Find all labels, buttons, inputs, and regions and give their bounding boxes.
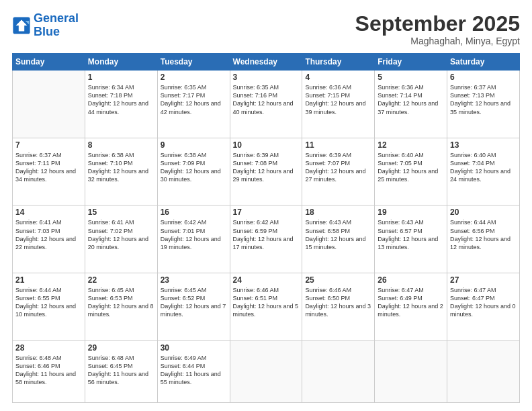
- calendar-header-row: SundayMondayTuesdayWednesdayThursdayFrid…: [13, 54, 520, 71]
- calendar-cell: [375, 340, 447, 402]
- calendar-day-header: Sunday: [13, 54, 85, 71]
- cell-info: Sunrise: 6:43 AMSunset: 6:58 PMDaylight:…: [305, 218, 371, 251]
- day-number: 19: [378, 208, 444, 217]
- calendar-day-header: Thursday: [302, 54, 375, 71]
- cell-info: Sunrise: 6:45 AMSunset: 6:53 PMDaylight:…: [88, 286, 154, 319]
- day-number: 21: [15, 275, 82, 285]
- location: Maghaghah, Minya, Egypt: [355, 36, 520, 46]
- cell-info: Sunrise: 6:39 AMSunset: 7:07 PMDaylight:…: [305, 151, 371, 184]
- cell-info: Sunrise: 6:38 AMSunset: 7:09 PMDaylight:…: [161, 151, 227, 184]
- cell-info: Sunrise: 6:37 AMSunset: 7:11 PMDaylight:…: [15, 151, 82, 184]
- calendar-cell: 21Sunrise: 6:44 AMSunset: 6:55 PMDayligh…: [13, 273, 85, 341]
- calendar-cell: [447, 340, 520, 402]
- day-number: 2: [161, 73, 227, 82]
- calendar-cell: 8Sunrise: 6:38 AMSunset: 7:10 PMDaylight…: [85, 138, 157, 205]
- logo-line2: Blue: [34, 25, 60, 38]
- cell-info: Sunrise: 6:40 AMSunset: 7:04 PMDaylight:…: [450, 151, 517, 184]
- title-block: September 2025 Maghaghah, Minya, Egypt: [355, 12, 520, 46]
- calendar-cell: [13, 71, 85, 138]
- cell-info: Sunrise: 6:49 AMSunset: 6:44 PMDaylight:…: [161, 354, 227, 387]
- day-number: 3: [233, 73, 300, 82]
- calendar-cell: 22Sunrise: 6:45 AMSunset: 6:53 PMDayligh…: [85, 273, 157, 341]
- day-number: 23: [161, 275, 227, 285]
- calendar-cell: 13Sunrise: 6:40 AMSunset: 7:04 PMDayligh…: [447, 138, 520, 205]
- cell-info: Sunrise: 6:46 AMSunset: 6:51 PMDaylight:…: [233, 286, 300, 319]
- cell-info: Sunrise: 6:44 AMSunset: 6:55 PMDaylight:…: [15, 286, 82, 319]
- calendar-cell: 18Sunrise: 6:43 AMSunset: 6:58 PMDayligh…: [302, 205, 375, 273]
- day-number: 22: [88, 275, 154, 285]
- calendar-cell: 30Sunrise: 6:49 AMSunset: 6:44 PMDayligh…: [157, 340, 230, 402]
- page: General Blue September 2025 Maghaghah, M…: [0, 0, 532, 411]
- calendar-cell: 5Sunrise: 6:36 AMSunset: 7:14 PMDaylight…: [375, 71, 447, 138]
- calendar-cell: 17Sunrise: 6:42 AMSunset: 6:59 PMDayligh…: [230, 205, 302, 273]
- cell-info: Sunrise: 6:41 AMSunset: 7:02 PMDaylight:…: [88, 218, 154, 251]
- calendar-week-row: 7Sunrise: 6:37 AMSunset: 7:11 PMDaylight…: [13, 138, 520, 205]
- calendar-table: SundayMondayTuesdayWednesdayThursdayFrid…: [12, 53, 520, 403]
- calendar-week-row: 28Sunrise: 6:48 AMSunset: 6:46 PMDayligh…: [13, 340, 520, 402]
- calendar-day-header: Saturday: [447, 54, 520, 71]
- day-number: 14: [15, 208, 82, 217]
- cell-info: Sunrise: 6:45 AMSunset: 6:52 PMDaylight:…: [161, 286, 227, 319]
- day-number: 27: [450, 275, 517, 285]
- cell-info: Sunrise: 6:40 AMSunset: 7:05 PMDaylight:…: [378, 151, 444, 184]
- calendar-cell: 19Sunrise: 6:43 AMSunset: 6:57 PMDayligh…: [375, 205, 447, 273]
- calendar-cell: 12Sunrise: 6:40 AMSunset: 7:05 PMDayligh…: [375, 138, 447, 205]
- cell-info: Sunrise: 6:34 AMSunset: 7:18 PMDaylight:…: [88, 83, 154, 116]
- cell-info: Sunrise: 6:46 AMSunset: 6:50 PMDaylight:…: [305, 286, 371, 319]
- day-number: 28: [15, 343, 82, 353]
- calendar-week-row: 14Sunrise: 6:41 AMSunset: 7:03 PMDayligh…: [13, 205, 520, 273]
- calendar-cell: 20Sunrise: 6:44 AMSunset: 6:56 PMDayligh…: [447, 205, 520, 273]
- calendar-cell: [302, 340, 375, 402]
- day-number: 18: [305, 208, 371, 217]
- calendar-cell: 14Sunrise: 6:41 AMSunset: 7:03 PMDayligh…: [13, 205, 85, 273]
- day-number: 5: [378, 73, 444, 82]
- day-number: 12: [378, 140, 444, 150]
- cell-info: Sunrise: 6:38 AMSunset: 7:10 PMDaylight:…: [88, 151, 154, 184]
- cell-info: Sunrise: 6:36 AMSunset: 7:15 PMDaylight:…: [305, 83, 371, 116]
- day-number: 30: [161, 343, 227, 353]
- calendar-day-header: Friday: [375, 54, 447, 71]
- cell-info: Sunrise: 6:41 AMSunset: 7:03 PMDaylight:…: [15, 218, 82, 251]
- day-number: 9: [161, 140, 227, 150]
- cell-info: Sunrise: 6:47 AMSunset: 6:49 PMDaylight:…: [378, 286, 444, 319]
- day-number: 15: [88, 208, 154, 217]
- day-number: 7: [15, 140, 82, 150]
- calendar-cell: 16Sunrise: 6:42 AMSunset: 7:01 PMDayligh…: [157, 205, 230, 273]
- calendar-cell: 25Sunrise: 6:46 AMSunset: 6:50 PMDayligh…: [302, 273, 375, 341]
- day-number: 13: [450, 140, 517, 150]
- cell-info: Sunrise: 6:37 AMSunset: 7:13 PMDaylight:…: [450, 83, 517, 116]
- calendar-day-header: Wednesday: [230, 54, 302, 71]
- day-number: 25: [305, 275, 371, 285]
- day-number: 10: [233, 140, 300, 150]
- calendar-cell: 2Sunrise: 6:35 AMSunset: 7:17 PMDaylight…: [157, 71, 230, 138]
- calendar-day-header: Tuesday: [157, 54, 230, 71]
- calendar-cell: 4Sunrise: 6:36 AMSunset: 7:15 PMDaylight…: [302, 71, 375, 138]
- cell-info: Sunrise: 6:42 AMSunset: 7:01 PMDaylight:…: [161, 218, 227, 251]
- header: General Blue September 2025 Maghaghah, M…: [12, 12, 520, 46]
- cell-info: Sunrise: 6:35 AMSunset: 7:16 PMDaylight:…: [233, 83, 300, 116]
- calendar-cell: 29Sunrise: 6:48 AMSunset: 6:45 PMDayligh…: [85, 340, 157, 402]
- calendar-cell: 24Sunrise: 6:46 AMSunset: 6:51 PMDayligh…: [230, 273, 302, 341]
- day-number: 4: [305, 73, 371, 82]
- logo-icon: [12, 16, 31, 35]
- calendar-week-row: 21Sunrise: 6:44 AMSunset: 6:55 PMDayligh…: [13, 273, 520, 341]
- cell-info: Sunrise: 6:47 AMSunset: 6:47 PMDaylight:…: [450, 286, 517, 319]
- cell-info: Sunrise: 6:43 AMSunset: 6:57 PMDaylight:…: [378, 218, 444, 251]
- calendar-week-row: 1Sunrise: 6:34 AMSunset: 7:18 PMDaylight…: [13, 71, 520, 138]
- calendar-cell: 23Sunrise: 6:45 AMSunset: 6:52 PMDayligh…: [157, 273, 230, 341]
- day-number: 20: [450, 208, 517, 217]
- calendar-cell: 1Sunrise: 6:34 AMSunset: 7:18 PMDaylight…: [85, 71, 157, 138]
- cell-info: Sunrise: 6:36 AMSunset: 7:14 PMDaylight:…: [378, 83, 444, 116]
- calendar-cell: 26Sunrise: 6:47 AMSunset: 6:49 PMDayligh…: [375, 273, 447, 341]
- day-number: 6: [450, 73, 517, 82]
- cell-info: Sunrise: 6:42 AMSunset: 6:59 PMDaylight:…: [233, 218, 300, 251]
- day-number: 16: [161, 208, 227, 217]
- day-number: 26: [378, 275, 444, 285]
- calendar-cell: 3Sunrise: 6:35 AMSunset: 7:16 PMDaylight…: [230, 71, 302, 138]
- day-number: 11: [305, 140, 371, 150]
- calendar-cell: 27Sunrise: 6:47 AMSunset: 6:47 PMDayligh…: [447, 273, 520, 341]
- day-number: 8: [88, 140, 154, 150]
- cell-info: Sunrise: 6:48 AMSunset: 6:46 PMDaylight:…: [15, 354, 82, 387]
- calendar-cell: 10Sunrise: 6:39 AMSunset: 7:08 PMDayligh…: [230, 138, 302, 205]
- calendar-cell: 9Sunrise: 6:38 AMSunset: 7:09 PMDaylight…: [157, 138, 230, 205]
